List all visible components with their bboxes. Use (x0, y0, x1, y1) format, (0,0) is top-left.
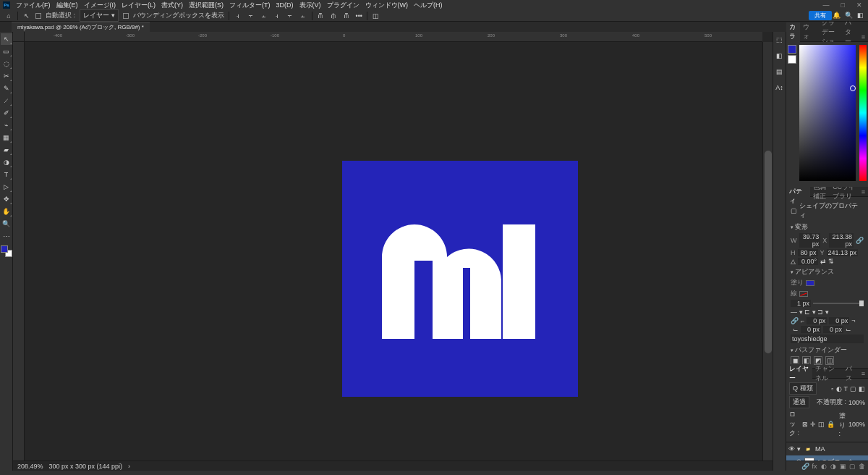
path-tool[interactable]: ▷ (1, 181, 12, 193)
new-group-icon[interactable]: ▣ (839, 463, 846, 470)
share-button[interactable]: 共有 (809, 11, 832, 20)
panel-menu-icon[interactable]: ≡ (859, 33, 868, 41)
lock-icon[interactable]: 🔒 (827, 421, 835, 428)
menu-edit[interactable]: 編集(E) (54, 1, 81, 10)
libraries-panel-icon[interactable]: ▤ (775, 67, 785, 77)
panel-menu-icon[interactable]: ≡ (859, 188, 868, 196)
x-input[interactable]: 213.38 px (829, 233, 854, 248)
document-canvas[interactable] (342, 161, 578, 397)
character-panel-icon[interactable]: A↕ (775, 83, 785, 93)
foreground-swatch[interactable] (1, 245, 8, 253)
zoom-tool[interactable]: 🔍 (1, 218, 12, 230)
stroke-slider[interactable] (813, 303, 864, 304)
group-toggle-icon[interactable]: ▾ (797, 445, 801, 453)
autoselect-checkbox[interactable] (35, 13, 41, 19)
minimize-button[interactable]: — (820, 1, 833, 9)
stroke-width-input[interactable]: 1 px (791, 300, 811, 307)
align-center-v-icon[interactable]: ⫟ (286, 12, 294, 20)
corner-bl-input[interactable]: 0 px (801, 326, 821, 333)
hand-tool[interactable]: ✋ (1, 206, 12, 217)
menu-type[interactable]: 書式(Y) (158, 1, 186, 10)
move-tool[interactable]: ↖ (1, 33, 12, 45)
flip-buttons[interactable]: ⇄ ⇅ (820, 258, 834, 265)
visibility-toggle[interactable]: 👁 (788, 445, 795, 453)
maximize-button[interactable]: □ (838, 1, 848, 9)
autoselect-mode[interactable]: レイヤー ▾ (80, 9, 119, 22)
boundingbox-checkbox[interactable] (123, 13, 129, 19)
layer-style-icon[interactable]: fx (811, 463, 818, 470)
history-panel-icon[interactable]: ⬚ (775, 35, 785, 45)
distribute-icon[interactable]: ⫛ (330, 12, 339, 20)
filter-shape-icon[interactable]: ▢ (850, 385, 856, 392)
menu-help[interactable]: ヘルプ(H) (411, 1, 446, 10)
corner-tl-input[interactable]: 0 px (807, 317, 827, 324)
canvas-area[interactable]: -400 -300 -200 -100 0 100 200 300 400 50… (13, 32, 773, 471)
angle-input[interactable]: 0.00° (798, 258, 818, 265)
link-layers-icon[interactable]: 🔗 (801, 463, 809, 470)
3d-mode-icon[interactable]: ◫ (372, 12, 380, 20)
gradient-tool[interactable]: ▦ (1, 132, 12, 143)
status-chevron-icon[interactable]: › (128, 463, 130, 470)
menu-3d[interactable]: 3D(D) (273, 1, 297, 9)
layer-mask-icon[interactable]: ◐ (820, 463, 827, 470)
menu-plugin[interactable]: プラグイン (324, 1, 362, 10)
lock-all-icon[interactable]: ⊠ (802, 421, 808, 428)
scrollbar-thumb[interactable] (765, 151, 772, 353)
menu-filter[interactable]: フィルター(T) (226, 1, 273, 10)
menu-image[interactable]: イメージ(I) (81, 1, 119, 10)
stroke-swatch[interactable] (799, 291, 808, 297)
shape-tool[interactable]: ✥ (1, 193, 12, 205)
fill-swatch[interactable] (806, 280, 814, 286)
layer-kind-filter[interactable]: Q 種類 (789, 382, 817, 395)
corner-link-icon[interactable]: 🔗 (791, 317, 799, 324)
color-field[interactable] (799, 45, 856, 181)
align-bottom-icon[interactable]: ⫠ (299, 12, 307, 20)
filter-smart-icon[interactable]: ◧ (859, 385, 865, 392)
corner-br-input[interactable]: 0 px (823, 326, 843, 333)
layer-name[interactable]: MA (815, 445, 867, 453)
eyedropper-tool[interactable]: ✎ (1, 83, 12, 94)
dodge-tool[interactable]: ◑ (1, 156, 12, 168)
scrollbar-vertical[interactable] (762, 42, 773, 461)
fill-value[interactable]: 100% (848, 421, 865, 428)
search-icon[interactable]: 🔍 (845, 12, 853, 19)
color-cursor[interactable] (850, 85, 856, 91)
align-top-icon[interactable]: ⫞ (273, 12, 281, 20)
menu-select[interactable]: 選択範囲(S) (186, 1, 226, 10)
fg-color-swatch[interactable] (788, 45, 796, 54)
brush-tool[interactable]: ⟋ (1, 95, 12, 106)
filter-text-icon[interactable]: T (844, 385, 848, 392)
menu-layer[interactable]: レイヤー(L) (119, 1, 158, 10)
menu-file[interactable]: ファイル(F) (13, 1, 54, 10)
opacity-value[interactable]: 100% (848, 399, 865, 406)
filter-adj-icon[interactable]: ◐ (836, 385, 842, 392)
adjustment-layer-icon[interactable]: ◑ (830, 463, 837, 470)
workspace-icon[interactable]: ◧ (857, 12, 864, 19)
menu-window[interactable]: ウィンドウ(W) (362, 1, 412, 10)
new-layer-icon[interactable]: ▢ (848, 463, 856, 470)
align-left-icon[interactable]: ⫞ (234, 12, 242, 20)
document-info[interactable]: 300 px x 300 px (144 ppi) (49, 463, 123, 470)
lock-pos-icon[interactable]: ✛ (810, 421, 816, 428)
distribute-icon[interactable]: ⫚ (317, 12, 326, 20)
edit-toolbar-icon[interactable]: ⋯ (1, 230, 12, 242)
ruler-vertical[interactable] (13, 42, 25, 461)
close-button[interactable]: ✕ (854, 1, 865, 9)
panel-menu-icon[interactable]: ≡ (859, 370, 868, 377)
height-input[interactable]: 80 px (798, 249, 818, 256)
stroke-options[interactable]: — ▾ ⊏ ▾ ⊐ ▾ (791, 308, 864, 316)
color-swatches[interactable] (1, 245, 12, 257)
width-input[interactable]: 39.73 px (799, 233, 821, 248)
menu-view[interactable]: 表示(V) (297, 1, 324, 10)
marquee-tool[interactable]: ▭ (1, 46, 12, 57)
layer-item[interactable]: 👁 ▮ Aのブロック (786, 455, 868, 461)
align-right-icon[interactable]: ⫠ (260, 12, 268, 20)
y-input[interactable]: 241.13 px (827, 249, 859, 256)
align-center-h-icon[interactable]: ⫟ (247, 12, 255, 20)
lock-pixels-icon[interactable]: ◫ (818, 421, 825, 428)
ruler-horizontal[interactable]: -400 -300 -200 -100 0 100 200 300 400 50… (25, 32, 762, 42)
layer-group[interactable]: 👁 ▾ 📁 MA (786, 442, 868, 455)
more-options[interactable]: ••• (356, 12, 362, 20)
healing-tool[interactable]: ⌁ (1, 119, 12, 131)
blend-mode-select[interactable]: 通過 (789, 396, 809, 408)
